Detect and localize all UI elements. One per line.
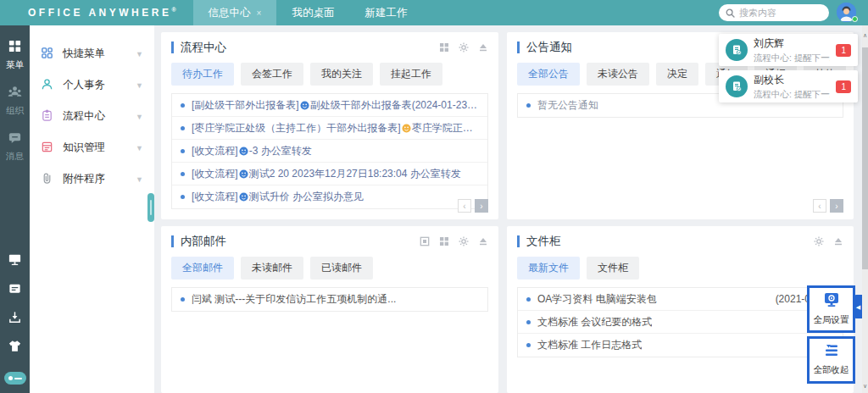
- notification-popup[interactable]: 刘庆辉 流程中心: 提醒下一步... 1: [719, 34, 858, 66]
- tab-file-cabinet[interactable]: 文件柜: [587, 257, 639, 280]
- accent-bar: [517, 42, 520, 53]
- sidebar-collapse-handle[interactable]: [147, 193, 154, 222]
- tab-new-work[interactable]: 新建工作: [349, 0, 422, 25]
- panel-title: 公告通知: [526, 40, 572, 55]
- panel-process-center: 流程中心 待办工作 会签工作 我的关注 挂起工作 [副处级干部外出报备表]副处级…: [161, 32, 498, 219]
- scroll-down-arrow[interactable]: ∨: [862, 383, 868, 390]
- scrollbar-thumb[interactable]: [862, 47, 868, 269]
- sidebar-item-personal-affairs[interactable]: 个人事务 ▼: [30, 69, 154, 101]
- bullet-icon: [526, 103, 531, 108]
- tab-label: 信息中心: [209, 6, 251, 20]
- bullet-icon: [181, 103, 185, 108]
- next-page-button[interactable]: ›: [475, 199, 488, 213]
- search-box[interactable]: [719, 4, 829, 21]
- list-item[interactable]: 闫斌 测试---关于印发信访工作五项机制的通...: [172, 288, 487, 311]
- search-input[interactable]: [739, 8, 822, 18]
- collapse-eject-icon[interactable]: [833, 236, 843, 246]
- pagination: ‹ ›: [458, 199, 488, 213]
- notification-message: 流程中心: 提醒下一步...: [754, 89, 830, 101]
- vertical-scrollbar[interactable]: ∧ ∨: [862, 25, 868, 393]
- icon-rail: 菜单 组织 消息: [0, 25, 30, 393]
- bullet-icon: [526, 343, 531, 347]
- tab-info-center[interactable]: 信息中心 ×: [193, 0, 277, 25]
- notification-popup[interactable]: 副校长 流程中心: 提醒下一步... 1: [719, 70, 858, 102]
- global-settings-button[interactable]: 全局设置: [807, 285, 855, 333]
- online-status-dot: [852, 16, 858, 22]
- list-item[interactable]: [副处级干部外出报备表]副处级干部外出报备表(2024-01-23 09:55:…: [172, 94, 487, 117]
- panel-file-cabinet: 文件柜 最新文件 文件柜 OA学习资料 电脑端安装包 (2021-09-06) …: [507, 226, 854, 393]
- sidebar-item-quick-menu[interactable]: 快捷菜单 ▼: [30, 38, 154, 69]
- grid-layout-icon[interactable]: [439, 236, 449, 246]
- bullet-icon: [181, 126, 185, 130]
- tab-suspended-work[interactable]: 挂起工作: [380, 63, 442, 86]
- theme-shirt-icon[interactable]: [8, 339, 22, 357]
- tab-my-follow[interactable]: 我的关注: [310, 63, 373, 86]
- panel-internal-mail: 内部邮件 全部邮件 未读邮件 已读邮件 闫斌 测试---关于印发信访工作五项机制…: [161, 226, 498, 393]
- book-icon: [41, 141, 53, 156]
- tab-decisions[interactable]: 决定: [656, 63, 698, 86]
- sidebar-menu: 快捷菜单 ▼ 个人事务 ▼ 流程中心 ▼ 知识管理 ▼ 附件程序 ▼: [30, 25, 154, 393]
- collapse-eject-icon[interactable]: [478, 236, 488, 246]
- list-item[interactable]: OA学习资料 电脑端安装包 (2021-09-06): [518, 288, 843, 311]
- card-note-icon[interactable]: [8, 281, 22, 299]
- chevron-down-icon: ▼: [136, 175, 143, 184]
- tab-latest-files[interactable]: 最新文件: [517, 257, 580, 280]
- list-item[interactable]: [收文流程]测试2 20 2023年12月27日18:23:04 办公室转发: [172, 163, 487, 185]
- grid-layout-icon[interactable]: [439, 42, 449, 53]
- gear-icon[interactable]: [459, 42, 469, 53]
- list-item[interactable]: 文档标准 会议纪要的格式 (2019: [518, 311, 843, 334]
- top-tab-bar: 信息中心 × 我的桌面 新建工作: [193, 0, 423, 25]
- sidebar-item-process-center[interactable]: 流程中心 ▼: [30, 101, 154, 132]
- list-item[interactable]: 文档标准 工作日志格式 (2019: [518, 334, 843, 357]
- bullet-icon: [526, 320, 531, 324]
- rail-collapse-pill[interactable]: [4, 372, 26, 385]
- collapse-eject-icon[interactable]: [478, 42, 488, 53]
- tab-all-mail[interactable]: 全部邮件: [171, 257, 234, 280]
- rail-item-organization[interactable]: 组织: [6, 85, 24, 117]
- blue-smiley-icon: [239, 192, 248, 204]
- list-item[interactable]: [收文流程]测试升价 办公室拟办意见: [172, 185, 487, 208]
- process-list: [副处级干部外出报备表]副处级干部外出报备表(2024-01-23 09:55:…: [171, 93, 488, 209]
- tab-read-mail[interactable]: 已读邮件: [310, 257, 373, 280]
- chevron-down-icon: ▼: [136, 50, 143, 58]
- sidebar-item-knowledge-management[interactable]: 知识管理 ▼: [30, 132, 154, 163]
- close-icon[interactable]: ×: [257, 8, 262, 18]
- notification-sender: 副校长: [754, 73, 830, 87]
- list-item[interactable]: [收文流程]-3 办公室转发: [172, 140, 487, 163]
- download-icon[interactable]: [8, 310, 22, 328]
- blue-smiley-icon: [239, 169, 248, 181]
- tab-countersign-work[interactable]: 会签工作: [241, 63, 303, 86]
- collapse-all-button[interactable]: 全部收起: [807, 336, 855, 384]
- arrow-left-icon: ◀: [856, 304, 860, 310]
- sidebar-item-attachments[interactable]: 附件程序 ▼: [30, 163, 154, 195]
- tab-todo-work[interactable]: 待办工作: [171, 63, 234, 86]
- button-label: 全部收起: [814, 364, 849, 376]
- prev-page-button[interactable]: ‹: [813, 199, 826, 213]
- next-page-button[interactable]: ›: [830, 199, 843, 213]
- scroll-up-arrow[interactable]: ∧: [862, 32, 868, 39]
- menu-grid-icon: [8, 39, 22, 57]
- monitor-icon[interactable]: [8, 252, 22, 270]
- tab-all-announcements[interactable]: 全部公告: [517, 63, 580, 86]
- file-list: OA学习资料 电脑端安装包 (2021-09-06) 文档标准 会议纪要的格式 …: [517, 287, 843, 357]
- mail-list: 闫斌 测试---关于印发信访工作五项机制的通...: [171, 287, 488, 312]
- prev-page-button[interactable]: ‹: [458, 199, 471, 213]
- app-logo: OFFICE ANYWHERE®: [28, 7, 176, 19]
- gear-icon[interactable]: [459, 236, 469, 246]
- panel-tabs: 待办工作 会签工作 我的关注 挂起工作: [171, 63, 488, 86]
- tab-unread-announcements[interactable]: 未读公告: [587, 63, 649, 86]
- rail-item-menu[interactable]: 菜单: [6, 39, 24, 71]
- rail-item-message[interactable]: 消息: [6, 130, 24, 163]
- panel-title: 流程中心: [181, 40, 226, 55]
- rail-label: 菜单: [6, 59, 24, 71]
- sidebar-item-label: 流程中心: [63, 109, 105, 124]
- list-item[interactable]: [枣庄学院正处级（主持工作）干部外出报备表]枣庄学院正处级（主持工作）干...: [172, 117, 487, 140]
- tab-unread-mail[interactable]: 未读邮件: [241, 257, 303, 280]
- panel-expand-handle[interactable]: ◀: [854, 295, 862, 318]
- process-doc-icon: [726, 39, 748, 61]
- panel-title: 文件柜: [526, 234, 561, 249]
- gear-icon[interactable]: [814, 236, 824, 246]
- tab-my-desktop[interactable]: 我的桌面: [276, 0, 349, 25]
- pagination: ‹ ›: [813, 199, 843, 213]
- compose-icon[interactable]: [420, 236, 430, 246]
